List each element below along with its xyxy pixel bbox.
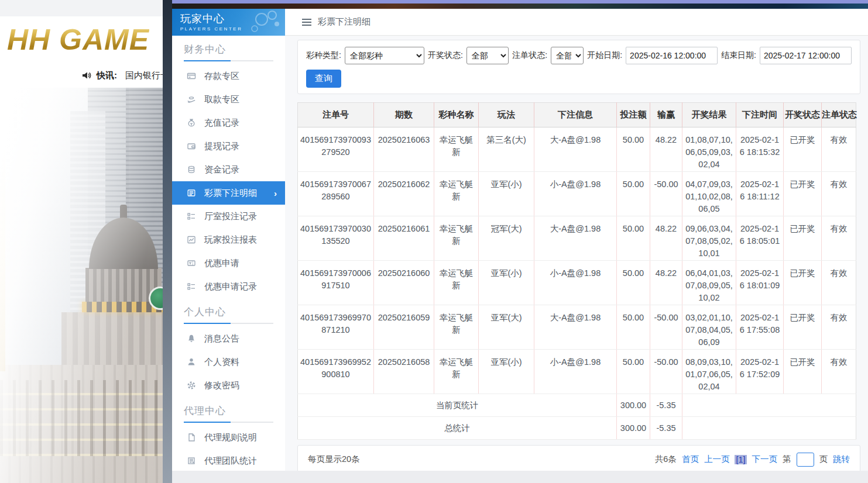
page-summary-bet-total: 300.00: [617, 394, 650, 417]
hamburger-icon[interactable]: [302, 19, 311, 26]
sidebar-item-withdraw[interactable]: 取款专区: [172, 88, 285, 111]
prev-page-link[interactable]: 上一页: [704, 454, 730, 465]
sidebar-item-funds-record[interactable]: 资金记录: [172, 158, 285, 181]
sidebar-item-label: 消息公告: [204, 333, 239, 344]
sidebar-item-label: 取款专区: [204, 94, 239, 105]
sidebar-item-label: 修改密码: [204, 380, 239, 391]
table-cell: 08,09,03,10,01,07,06,05,02,04: [682, 350, 736, 394]
table-cell: 20250216061: [374, 216, 434, 261]
chart-report-icon: [187, 235, 196, 244]
table-cell: 20250216058: [374, 350, 434, 394]
table-cell: 有效: [822, 216, 856, 261]
order-status-label: 注单状态:: [512, 50, 547, 61]
list-grid-icon: [187, 212, 196, 221]
next-page-link[interactable]: 下一页: [752, 454, 778, 465]
table-cell: 亚军(大): [479, 305, 534, 350]
sidebar-header: 玩家中心 PLAYERS CENTER: [172, 9, 285, 36]
sidebar-item-lottery-bet-details[interactable]: 彩票下注明细 ›: [172, 181, 285, 205]
gamepad-icon: [244, 10, 283, 36]
table-cell: 20250216063: [374, 127, 434, 172]
start-date-input[interactable]: [626, 47, 718, 64]
sidebar-item-personal-profile[interactable]: 个人资料: [172, 350, 285, 374]
sidebar-item-promo-application[interactable]: 优惠申请: [172, 251, 285, 275]
wallet-icon: [187, 142, 196, 151]
sidebar-item-label: 个人资料: [204, 357, 239, 368]
table-cell: 已开奖: [784, 350, 822, 394]
sidebar-item-change-password[interactable]: 修改密码: [172, 374, 285, 397]
table-cell: 401569173969952900810: [298, 350, 374, 394]
start-date-label: 开始日期:: [587, 50, 622, 61]
sidebar-section-finance: 财务中心: [184, 43, 273, 56]
table-cell: 401569173970093279520: [298, 127, 374, 172]
page-summary-empty: [682, 394, 856, 417]
sidebar-item-recharge-record[interactable]: 充值记录: [172, 111, 285, 134]
table-cell: 已开奖: [784, 127, 822, 172]
table-cell: 2025-02-16 17:55:08: [736, 305, 784, 350]
section-underline: [184, 323, 273, 324]
page-header: 彩票下注明细: [285, 9, 868, 36]
sidebar-item-promo-application-records[interactable]: 优惠申请记录: [172, 275, 285, 298]
table-cell: 大-A盘@1.98: [534, 127, 617, 172]
background-photo: [0, 88, 164, 483]
sidebar-item-agent-team-stats[interactable]: 代理团队统计: [172, 449, 285, 471]
sidebar-item-deposit[interactable]: 存款专区: [172, 64, 285, 88]
table-cell: 50.00: [617, 350, 650, 394]
column-header: 期数: [374, 103, 434, 127]
jump-action-link[interactable]: 跳转: [833, 454, 850, 465]
sidebar-item-label: 彩票下注明细: [204, 188, 257, 199]
table-cell: 48.22: [650, 261, 682, 305]
table-cell: 幸运飞艇新: [434, 127, 479, 172]
column-header: 下注时间: [736, 103, 784, 127]
section-underline: [184, 422, 273, 423]
table-cell: -50.00: [650, 305, 682, 350]
table-row: 40156917396995290081020250216058幸运飞艇新亚军(…: [298, 350, 856, 394]
main-content: 彩票下注明细 彩种类型: 全部彩种 开奖状态: 全部 注单状态: 全部: [285, 9, 868, 471]
draw-status-label: 开奖状态:: [428, 50, 463, 61]
table-cell: 冠军(大): [479, 216, 534, 261]
table-cell: 亚军(小): [479, 350, 534, 394]
page-title: 彩票下注明细: [318, 16, 370, 27]
table-cell: 已开奖: [784, 216, 822, 261]
column-header: 开奖结果: [682, 103, 736, 127]
table-cell: 48.22: [650, 127, 682, 172]
table-cell: 亚军(小): [479, 261, 534, 305]
table-cell: 2025-02-16 17:52:09: [736, 350, 784, 394]
sidebar-item-player-bet-report[interactable]: 玩家投注报表: [172, 228, 285, 251]
sidebar-item-label: 代理规则说明: [204, 432, 257, 443]
lottery-type-select[interactable]: 全部彩种: [345, 47, 424, 64]
photo-white-fade: [0, 88, 164, 483]
table-cell: 401569173970006917510: [298, 261, 374, 305]
draw-status-select[interactable]: 全部: [466, 47, 509, 64]
table-cell: 48.22: [650, 216, 682, 261]
query-button[interactable]: 查询: [306, 70, 341, 88]
column-header: 下注信息: [534, 103, 617, 127]
order-status-select[interactable]: 全部: [551, 47, 584, 64]
grand-summary-bet-total: 300.00: [617, 417, 650, 440]
jump-suffix: 页: [819, 454, 828, 465]
table-cell: 亚军(小): [479, 172, 534, 216]
table-cell: 50.00: [617, 261, 650, 305]
page-summary-label: 当前页统计: [298, 394, 617, 417]
column-header: 输赢: [650, 103, 682, 127]
first-page-link[interactable]: 首页: [682, 454, 699, 465]
table-cell: 幸运飞艇新: [434, 172, 479, 216]
jump-prefix: 第: [783, 454, 791, 465]
lottery-type-label: 彩种类型:: [306, 50, 341, 61]
table-cell: 50.00: [617, 216, 650, 261]
table-cell: 2025-02-16 18:11:12: [736, 172, 784, 216]
chevron-right-icon: ›: [274, 188, 277, 198]
sidebar-item-agent-rules[interactable]: 代理规则说明: [172, 426, 285, 449]
page-jump-input[interactable]: [797, 453, 814, 467]
ticket-icon: [187, 258, 196, 268]
end-date-input[interactable]: [760, 47, 852, 64]
sidebar-item-message-notice[interactable]: 消息公告: [172, 327, 285, 350]
sidebar-item-hall-bet-records[interactable]: 厅室投注记录: [172, 205, 285, 228]
per-page-info: 每页显示20条: [308, 454, 360, 465]
table-cell: 已开奖: [784, 172, 822, 216]
table-cell: 401569173970067289560: [298, 172, 374, 216]
table-cell: 50.00: [617, 172, 650, 216]
sidebar-item-withdrawal-record[interactable]: 提现记录: [172, 134, 285, 158]
hand-coin-icon: [187, 95, 196, 104]
table-cell: 幸运飞艇新: [434, 216, 479, 261]
grand-summary-empty: [682, 417, 856, 440]
